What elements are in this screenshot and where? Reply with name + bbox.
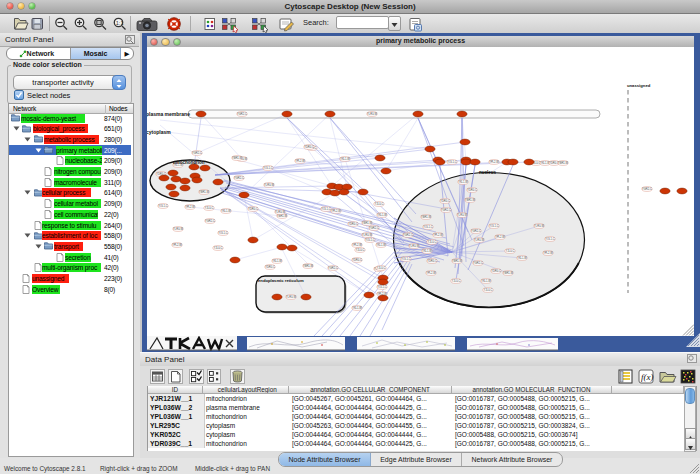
svg-text:YOL1-C: YOL1-C: [321, 207, 330, 211]
svg-text:YKL1-W: YKL1-W: [352, 306, 362, 310]
svg-text:YDR0-C: YDR0-C: [265, 265, 275, 269]
svg-text:YGR2-C: YGR2-C: [642, 187, 652, 191]
svg-text:YKL1-W: YKL1-W: [221, 209, 231, 213]
svg-text:nucleus: nucleus: [479, 170, 497, 175]
svg-text:YGR2-C: YGR2-C: [328, 266, 338, 270]
svg-text:YLR0-W: YLR0-W: [474, 238, 484, 242]
svg-text:YPL2-W: YPL2-W: [489, 160, 499, 164]
svg-text:YGR2-C: YGR2-C: [237, 112, 247, 116]
svg-text:YPL2-W: YPL2-W: [433, 233, 443, 237]
svg-text:YBR1-W: YBR1-W: [421, 215, 432, 219]
svg-text:YJL0-C: YJL0-C: [484, 288, 493, 292]
svg-text:YOL1-C: YOL1-C: [377, 285, 386, 289]
svg-text:YPL2-W: YPL2-W: [295, 159, 305, 163]
svg-text:YBR1-W: YBR1-W: [503, 271, 514, 275]
svg-text:YGR2-C: YGR2-C: [205, 219, 215, 223]
svg-text:YJL0-C: YJL0-C: [356, 248, 365, 252]
svg-text:plasma membrane: plasma membrane: [147, 111, 190, 117]
svg-text:YBR1-W: YBR1-W: [558, 161, 569, 165]
svg-text:YDR0-C: YDR0-C: [348, 222, 358, 226]
svg-text:YPL2-W: YPL2-W: [172, 243, 182, 247]
svg-text:YDR0-C: YDR0-C: [427, 259, 437, 263]
svg-text:YLR0-W: YLR0-W: [173, 227, 183, 231]
svg-text:YLR0-W: YLR0-W: [409, 244, 419, 248]
svg-text:YOL1-C: YOL1-C: [158, 204, 167, 208]
svg-text:YJL0-C: YJL0-C: [452, 279, 461, 283]
svg-text:YLR0-W: YLR0-W: [275, 210, 285, 214]
svg-text:YDR0-C: YDR0-C: [248, 207, 258, 211]
svg-text:YGR2-C: YGR2-C: [192, 151, 202, 155]
svg-text:mitochondrion: mitochondrion: [173, 160, 205, 165]
svg-text:YLR0-W: YLR0-W: [457, 213, 467, 217]
svg-text:YBR1-W: YBR1-W: [277, 214, 288, 218]
svg-text:YKL1-W: YKL1-W: [377, 213, 387, 217]
svg-text:YGR2-C: YGR2-C: [473, 261, 483, 265]
svg-text:YBR1-W: YBR1-W: [199, 190, 210, 194]
svg-text:YGR2-C: YGR2-C: [441, 208, 451, 212]
svg-text:YKL1-W: YKL1-W: [458, 180, 468, 184]
svg-text:YDR0-C: YDR0-C: [467, 188, 477, 192]
svg-text:YKL1-W: YKL1-W: [481, 279, 491, 283]
svg-text:YBR1-W: YBR1-W: [303, 264, 314, 268]
svg-text:YPL2-W: YPL2-W: [543, 251, 553, 255]
svg-text:YLR0-W: YLR0-W: [367, 112, 377, 116]
svg-text:unassigned: unassigned: [627, 83, 651, 88]
svg-text:YGR2-C: YGR2-C: [234, 176, 244, 180]
svg-text:YGR2-C: YGR2-C: [471, 229, 481, 233]
svg-text:YBR1-W: YBR1-W: [452, 259, 463, 263]
svg-text:f(x): f(x): [641, 372, 654, 382]
svg-text:YLR0-W: YLR0-W: [362, 233, 372, 237]
svg-text:YDR0-C: YDR0-C: [440, 199, 450, 203]
svg-text:YLR0-W: YLR0-W: [264, 183, 274, 187]
svg-text:1:1: 1:1: [116, 20, 124, 26]
svg-text:YGR2-C: YGR2-C: [403, 233, 413, 237]
svg-text:YBR1-W: YBR1-W: [465, 198, 476, 202]
svg-text:YBR1-W: YBR1-W: [232, 156, 243, 160]
svg-text:YKL1-W: YKL1-W: [422, 249, 432, 253]
svg-text:YJL0-C: YJL0-C: [214, 246, 223, 250]
svg-text:YPL2-W: YPL2-W: [495, 235, 505, 239]
svg-text:YKL1-W: YKL1-W: [340, 157, 350, 161]
svg-text:YJL0-C: YJL0-C: [375, 202, 384, 206]
svg-text:YDR0-C: YDR0-C: [304, 145, 314, 149]
svg-text:YOL1-C: YOL1-C: [401, 257, 410, 261]
svg-text:YDR0-C: YDR0-C: [491, 269, 501, 273]
svg-text:YPL2-W: YPL2-W: [331, 209, 341, 213]
svg-text:YPL2-W: YPL2-W: [426, 271, 436, 275]
svg-text:YLR0-W: YLR0-W: [286, 295, 296, 299]
svg-text:YOL1-C: YOL1-C: [447, 160, 456, 164]
svg-text:YPL2-W: YPL2-W: [185, 205, 195, 209]
svg-text:YKL1-W: YKL1-W: [272, 259, 282, 263]
svg-text:YJL0-C: YJL0-C: [205, 206, 214, 210]
svg-text:YKL1-W: YKL1-W: [517, 256, 527, 260]
svg-text:YPL2-W: YPL2-W: [352, 243, 362, 247]
svg-text:YKL1-W: YKL1-W: [376, 243, 386, 247]
svg-text:YOL1-C: YOL1-C: [545, 237, 554, 241]
svg-text:endoplasmic reticulum: endoplasmic reticulum: [258, 278, 304, 283]
svg-text:YOL1-C: YOL1-C: [218, 231, 227, 235]
svg-text:YOL1-C: YOL1-C: [263, 166, 272, 170]
svg-text:YOL1-C: YOL1-C: [423, 225, 432, 229]
svg-text:YBR1-W: YBR1-W: [362, 221, 373, 225]
svg-text:YGR2-C: YGR2-C: [369, 226, 379, 230]
svg-text:YJL0-C: YJL0-C: [428, 240, 437, 244]
svg-text:YJL0-C: YJL0-C: [377, 266, 386, 270]
svg-text:cytoplasm: cytoplasm: [147, 129, 171, 135]
svg-text:YOL1-C: YOL1-C: [365, 238, 374, 242]
svg-text:YLR0-W: YLR0-W: [534, 224, 544, 228]
svg-text:YJL0-C: YJL0-C: [506, 249, 515, 253]
svg-text:YDR0-C: YDR0-C: [352, 258, 362, 262]
svg-text:YOL1-C: YOL1-C: [489, 224, 498, 228]
